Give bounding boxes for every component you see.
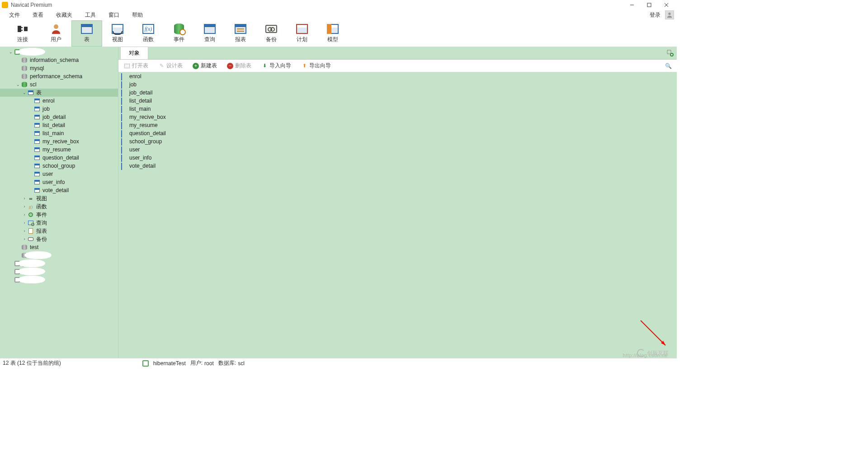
tree-item[interactable]: ›备份 (0, 235, 118, 243)
object-row-label: user_info (129, 155, 151, 161)
new-table-button[interactable]: 新建表 (191, 61, 219, 71)
tree-item[interactable]: my_resume (0, 146, 118, 154)
chevron-right-icon[interactable]: › (22, 204, 27, 209)
connection-tree[interactable]: ⌄information_schemamysqlperformance_sche… (0, 47, 118, 358)
tree-item[interactable]: mysql (0, 64, 118, 72)
menu-favorites[interactable]: 收藏夹 (50, 10, 79, 20)
toolbar-query-button[interactable]: 查询 (194, 20, 225, 47)
status-user-value: root (204, 360, 214, 367)
maximize-button[interactable] (641, 0, 658, 10)
model-icon (326, 23, 340, 35)
new-table-icon (193, 63, 199, 69)
tree-item[interactable]: job_detail (0, 113, 118, 121)
svg-rect-7 (21, 30, 23, 31)
tree-item[interactable]: ›视图 (0, 194, 118, 203)
menu-view[interactable]: 查看 (26, 10, 50, 20)
annotation-arrow-icon (638, 318, 670, 351)
tree-item[interactable]: g (0, 268, 118, 276)
toolbar-view-button[interactable]: 视图 (102, 20, 133, 47)
menu-window[interactable]: 窗口 (102, 10, 126, 20)
minimize-button[interactable] (623, 0, 641, 10)
chevron-right-icon[interactable]: › (22, 212, 27, 217)
toolbar-plan-button[interactable]: 计划 (287, 20, 317, 47)
chevron-down-icon[interactable]: ⌄ (15, 82, 21, 87)
chevron-right-icon[interactable]: › (22, 221, 27, 225)
tree-item[interactable]: job (0, 105, 118, 113)
login-link[interactable]: 登录 (647, 11, 663, 19)
tree-item[interactable]: vote_detail (0, 186, 118, 194)
object-row[interactable]: job (118, 80, 677, 89)
toolbar-backup-button[interactable]: 备份 (256, 20, 287, 47)
menu-help[interactable]: 帮助 (126, 10, 149, 20)
connection-icon (14, 268, 21, 275)
toolbar-function-button[interactable]: 函数 (133, 20, 164, 47)
toolbar-user-button[interactable]: 用户 (41, 20, 71, 47)
object-row[interactable]: list_detail (118, 97, 677, 105)
object-row[interactable]: user (118, 146, 677, 154)
tree-item[interactable]: ›事件 (0, 211, 118, 219)
design-table-button[interactable]: 设计表 (156, 61, 184, 71)
import-wizard-button[interactable]: 导入向导 (259, 61, 293, 71)
svg-rect-10 (667, 50, 671, 54)
tree-item[interactable]: ⌄scl (0, 80, 118, 89)
tree-item[interactable]: ›报表 (0, 227, 118, 235)
toolbar-connection-button[interactable]: 连接 (5, 20, 41, 47)
tree-item[interactable]: enrol (0, 97, 118, 105)
tree-item[interactable]: my_recive_box (0, 137, 118, 146)
object-row[interactable]: my_recive_box (118, 113, 677, 121)
new-table-label: 新建表 (201, 62, 217, 70)
tab-objects[interactable]: 对象 (120, 47, 148, 59)
table-icon (121, 155, 127, 160)
object-row[interactable]: question_detail (118, 129, 677, 137)
export-wizard-button[interactable]: 导出向导 (299, 61, 333, 71)
object-row[interactable]: enrol (118, 72, 677, 80)
object-row[interactable]: list_main (118, 105, 677, 113)
svg-rect-1 (647, 3, 651, 7)
chevron-down-icon[interactable]: ⌄ (8, 50, 14, 54)
toolbar-event-button[interactable]: 事件 (164, 20, 194, 47)
chevron-right-icon[interactable]: › (22, 229, 27, 233)
toolbar-model-label: 模型 (327, 36, 338, 43)
close-button[interactable] (658, 0, 675, 10)
tree-item[interactable]: school_group (0, 162, 118, 170)
object-row[interactable]: job_detail (118, 89, 677, 97)
tree-item[interactable]: user (0, 170, 118, 178)
tree-item[interactable]: information_schema (0, 56, 118, 64)
tree-item[interactable]: performance_schema (0, 72, 118, 80)
tree-item[interactable]: ›查询 (0, 219, 118, 227)
toolbar-model-button[interactable]: 模型 (317, 20, 348, 47)
object-row[interactable]: user_info (118, 154, 677, 162)
tree-item[interactable]: g. oa (0, 276, 118, 284)
object-list[interactable]: enroljobjob_detaillist_detaillist_mainmy… (118, 72, 677, 358)
object-row[interactable]: my_resume (118, 121, 677, 129)
toolbar-event-label: 事件 (174, 36, 184, 43)
tree-item[interactable]: yi (0, 259, 118, 268)
chevron-right-icon[interactable]: › (22, 196, 27, 201)
toolbar-table-button[interactable]: 表 (71, 20, 102, 47)
tree-item[interactable]: ⌄表 (0, 89, 118, 97)
user-icon (49, 23, 63, 35)
delete-table-button[interactable]: 删除表 (225, 61, 253, 71)
chevron-right-icon[interactable]: › (22, 237, 27, 241)
tree-item[interactable]: ue (0, 251, 118, 259)
object-row[interactable]: school_group (118, 137, 677, 146)
tree-item[interactable]: ›函数 (0, 203, 118, 211)
tree-item[interactable]: test (0, 243, 118, 251)
tree-item[interactable]: user_info (0, 178, 118, 186)
tree-item[interactable]: list_main (0, 129, 118, 137)
menu-tools[interactable]: 工具 (79, 10, 102, 20)
tree-item[interactable]: question_detail (0, 154, 118, 162)
tree-item[interactable]: ⌄ (0, 48, 118, 56)
new-tab-icon[interactable] (666, 49, 674, 57)
object-row[interactable]: vote_detail (118, 162, 677, 170)
avatar-icon[interactable] (665, 10, 674, 19)
open-table-button[interactable]: 打开表 (122, 61, 150, 71)
tree-item[interactable]: list_detail (0, 121, 118, 129)
search-button[interactable] (663, 62, 673, 70)
table-icon (121, 82, 127, 87)
toolbar-report-button[interactable]: 报表 (225, 20, 256, 47)
menu-file[interactable]: 文件 (3, 10, 26, 20)
tree-item-label: question_detail (42, 155, 79, 161)
table-icon (33, 98, 41, 104)
chevron-down-icon[interactable]: ⌄ (22, 90, 27, 95)
